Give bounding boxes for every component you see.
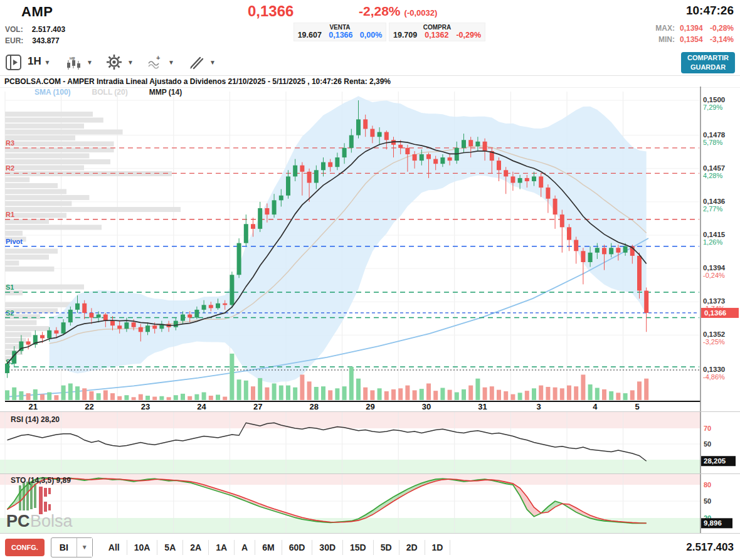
legend-item[interactable]: SMA (100)	[34, 88, 71, 97]
svg-text:-4,86%: -4,86%	[703, 373, 725, 381]
config-button[interactable]: CONFG.	[5, 539, 45, 556]
svg-text:0,1478: 0,1478	[703, 131, 726, 139]
chart-type-caret[interactable]: ▼	[87, 59, 93, 66]
range-button-2d[interactable]: 2D	[399, 540, 425, 555]
svg-text:28: 28	[310, 402, 319, 411]
sto-overbought-zone	[0, 474, 700, 485]
panel-toggle-icon[interactable]	[5, 54, 22, 71]
range-button-a[interactable]: A	[235, 540, 255, 555]
range-buttons: All10A5A2A1AA6M60D30D15D5D2D1D	[102, 540, 451, 555]
bollinger-band	[50, 96, 647, 383]
max-row: MAX:0,1394-0,28%	[653, 24, 734, 33]
volume-row: VOL:2.517.403	[5, 25, 65, 34]
range-button-5d[interactable]: 5D	[374, 540, 399, 555]
svg-text:0,1330: 0,1330	[703, 366, 725, 373]
svg-text:50: 50	[704, 497, 711, 505]
svg-text:30: 30	[422, 402, 431, 411]
svg-text:0,1457: 0,1457	[703, 164, 725, 172]
range-button-60d[interactable]: 60D	[282, 540, 313, 555]
range-button-6m[interactable]: 6M	[255, 540, 282, 555]
svg-text:5,78%: 5,78%	[703, 139, 722, 146]
range-button-5a[interactable]: 5A	[157, 540, 183, 555]
symbol: AMP	[21, 4, 53, 20]
svg-text:-0,24%: -0,24%	[703, 272, 725, 279]
svg-text:0,1373: 0,1373	[703, 297, 725, 305]
ask-qty: 19.709	[393, 31, 417, 40]
svg-text:28,205: 28,205	[704, 457, 726, 465]
range-button-1a[interactable]: 1A	[209, 540, 235, 555]
x-axis-labels: 212223242728293031345	[29, 402, 640, 411]
bid-box: VENTA 19.607 0,1366 0,00%	[293, 23, 386, 41]
max-value: 0,1394	[680, 24, 710, 33]
timeframe-select[interactable]: 1H ▼	[28, 55, 50, 68]
svg-text:29: 29	[366, 402, 374, 411]
stochastic-pane[interactable]: PCBolsaSTO (14,3,5) 9,898050209,896	[0, 473, 740, 534]
clock: 10:47:26	[686, 4, 734, 18]
range-button-15d[interactable]: 15D	[343, 540, 374, 555]
svg-text:23: 23	[141, 402, 150, 411]
rsi-overbought-zone	[0, 412, 700, 428]
index-selector[interactable]: BI ▼	[51, 537, 93, 557]
gear-icon[interactable]	[105, 53, 123, 71]
chevron-down-icon: ▼	[44, 59, 50, 66]
chart-title: PCBOLSA.COM - AMPER Intradia Lineal Ajus…	[4, 77, 391, 86]
range-button-10a[interactable]: 10A	[127, 540, 158, 555]
svg-text:0,1436: 0,1436	[703, 198, 725, 205]
svg-text:80: 80	[704, 481, 711, 489]
svg-text:9,896: 9,896	[704, 519, 722, 527]
gear-caret[interactable]: ▼	[127, 59, 134, 66]
svg-text:0,1394: 0,1394	[703, 264, 726, 272]
eur-label: EUR:	[5, 36, 23, 45]
eur-row: EUR:343.877	[5, 36, 60, 45]
indicator-legend: SMA (100)BOLL (20)MMP (14)	[34, 88, 203, 97]
eur-value: 343.877	[32, 36, 59, 45]
last-price: 0,1366	[248, 3, 293, 20]
max-label: MAX:	[653, 24, 675, 33]
svg-text:0,1366: 0,1366	[704, 309, 726, 317]
svg-text:50: 50	[704, 440, 711, 448]
y-axis-labels: 0,15007,29%0,14785,78%0,14574,28%0,14362…	[703, 96, 726, 381]
svg-text:S1: S1	[6, 283, 14, 291]
share-label: COMPARTIR	[681, 53, 735, 63]
legend-item[interactable]: MMP (14)	[149, 88, 182, 97]
svg-text:PC: PC	[6, 512, 30, 531]
rsi-pane[interactable]: RSI (14) 28,20705028,205	[0, 411, 740, 474]
range-button-1d[interactable]: 1D	[425, 540, 451, 555]
range-button-2a[interactable]: 2A	[183, 540, 209, 555]
svg-text:-3,25%: -3,25%	[703, 338, 725, 346]
draw-tools-caret[interactable]: ▼	[209, 59, 216, 66]
range-button-all[interactable]: All	[102, 540, 127, 555]
add-indicator-icon[interactable]: +	[147, 55, 163, 70]
pcbolsa-logo: PCBolsa	[6, 482, 73, 531]
svg-text:R3: R3	[6, 139, 14, 147]
svg-text:4,28%: 4,28%	[703, 172, 722, 179]
sto-label: STO (14,3,5) 9,89	[11, 476, 71, 485]
min-row: MIN:0,1354-3,14%	[653, 35, 734, 44]
bottom-toolbar: CONFG. BI ▼ All10A5A2A1AA6M60D30D15D5D2D…	[0, 533, 740, 560]
range-button-30d[interactable]: 30D	[312, 540, 343, 555]
svg-text:7,29%: 7,29%	[703, 103, 722, 111]
change: -2,28%(-0,0032)	[359, 4, 437, 19]
main-price-chart[interactable]: R3R2R1PivotS1S2S32122232427282930313450,…	[0, 87, 740, 411]
svg-text:0,1500: 0,1500	[703, 96, 725, 103]
svg-text:31: 31	[478, 402, 487, 411]
chart-title-bar: PCBOLSA.COM - AMPER Intradia Lineal Ajus…	[0, 75, 740, 88]
vol-label: VOL:	[5, 25, 23, 34]
bid-pct: 0,00%	[360, 31, 382, 40]
svg-text:R2: R2	[6, 164, 14, 172]
share-save-button[interactable]: COMPARTIR GUARDAR	[681, 52, 735, 73]
legend-item[interactable]: BOLL (20)	[92, 88, 128, 97]
svg-text:+: +	[156, 55, 160, 61]
chart-type-icon[interactable]: HR	[65, 55, 82, 70]
min-pct: -3,14%	[710, 35, 734, 44]
add-indicator-caret[interactable]: ▼	[168, 59, 174, 66]
max-pct: -0,28%	[710, 24, 734, 33]
svg-text:22: 22	[85, 402, 93, 411]
svg-text:Bolsa: Bolsa	[30, 512, 73, 531]
chart-toolbar: 1H ▼ HR ▼ ▼ + ▼ ▼ COMPARTIR GUARDAR	[0, 50, 740, 75]
svg-text:27: 27	[253, 402, 262, 411]
draw-tools-icon[interactable]	[188, 55, 204, 70]
save-label: GUARDAR	[681, 63, 735, 72]
svg-text:0,1415: 0,1415	[703, 231, 726, 238]
bid-title: VENTA	[294, 24, 386, 31]
